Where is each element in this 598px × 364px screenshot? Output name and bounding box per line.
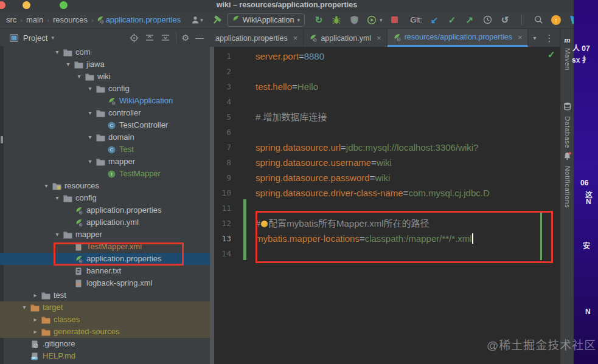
spring-icon [106,97,117,105]
tab-close-icon[interactable]: × [518,33,523,42]
coverage-icon[interactable] [349,15,360,26]
tree-item-gitignore[interactable]: .gitignore [0,338,210,350]
breadcrumb-file[interactable]: application.properties [104,15,181,24]
tree-item-mapper[interactable]: ▾mapper [0,228,210,241]
tree-chevron-icon[interactable]: ▾ [74,70,84,83]
tree-item-testmapper[interactable]: ITestMapper [0,168,210,180]
search-icon[interactable] [533,15,544,26]
tree-item-controller[interactable]: ▾controller [0,107,210,119]
tree-chevron-icon[interactable]: ▾ [52,228,62,241]
panel-splitter[interactable] [210,47,214,364]
code-token: spring.datasource.url [256,142,341,153]
code-line-9[interactable]: spring.datasource.password=wiki [256,170,560,185]
code-editor[interactable]: 1234567891011121314 server.port=8880test… [214,47,560,364]
history-icon[interactable] [482,15,493,26]
tab-resources-application-properties[interactable]: resources/application.properties× [388,29,529,47]
tree-chevron-icon[interactable]: ▾ [85,156,95,168]
tree-item-jiawa[interactable]: ▾jiawa [0,58,210,70]
tree-item-config[interactable]: ▾config [0,83,210,95]
tree-item-config[interactable]: ▾config [0,192,210,204]
tree-item-mapper[interactable]: ▾mapper [0,156,210,168]
git-commit-icon[interactable]: ✓ [447,15,457,26]
update-available-icon[interactable]: ↑ [551,15,561,26]
user-profile-icon[interactable] [190,15,200,26]
tab-application-yml[interactable]: application.yml× [304,29,387,47]
code-line-4[interactable] [256,94,560,109]
tab-close-icon[interactable]: × [293,33,298,43]
tree-item-wiki[interactable]: ▾wiki [0,70,210,83]
tree-chevron-icon[interactable]: ▾ [19,301,29,314]
code-line-5[interactable]: # 增加数据库连接 [256,109,560,125]
code-line-10[interactable]: spring.datasource.driver-class-name=com.… [256,185,560,201]
code-line-6[interactable] [256,125,560,140]
tree-item-logback-spring-xml[interactable]: <>logback-spring.xml [0,277,210,289]
tree-item-banner-txt[interactable]: banner.txt [0,265,210,277]
tree-item-test[interactable]: ▸test [0,289,210,301]
code-line-2[interactable] [256,64,560,79]
tree-chevron-icon[interactable]: ▸ [30,289,40,301]
collapse-all-icon[interactable] [160,32,171,43]
tool-window-button-notifications[interactable]: Notifications [560,152,574,208]
tree-chevron-icon[interactable]: ▾ [85,83,95,95]
code-token: wiki [375,173,390,183]
tab-close-icon[interactable]: × [377,33,381,43]
tree-item-testcontroller[interactable]: CTestController [0,119,210,131]
tree-chevron-icon[interactable]: ▾ [63,58,73,70]
tree-item-wikiapplication[interactable]: WikiApplication [0,95,210,107]
settings-gear-icon[interactable]: ⚙ [181,33,189,43]
folder-icon [95,134,106,142]
tree-item-target[interactable]: ▾target [0,301,210,314]
chevron-down-icon: ▾ [297,17,301,23]
profiler-icon[interactable] [366,15,377,26]
git-update-icon[interactable]: ↙ [429,15,440,26]
code-line-3[interactable]: test.hello=Hello [256,79,560,94]
tree-item-resources[interactable]: ▾resources [0,180,210,192]
run-configuration-select[interactable]: WikiApplication ▾ [227,13,305,27]
kebab-menu-icon[interactable]: ⋮ [545,33,554,44]
breadcrumb-item-src[interactable]: src [5,15,18,24]
tree-chevron-icon[interactable]: ▸ [30,314,40,326]
tool-window-button-database[interactable]: Database [560,102,574,148]
tree-chevron-icon[interactable]: ▾ [85,107,95,119]
panel-title[interactable]: Project [23,33,47,43]
locate-file-icon[interactable] [128,32,139,43]
tree-item-test[interactable]: CTest [0,143,210,156]
line-number: 5 [214,109,231,125]
tree-item-label: banner.txt [86,265,121,277]
code-line-1[interactable]: server.port=8880 [256,49,560,64]
tree-item-generated-sources[interactable]: ▸generated-sources [0,326,210,338]
spring-file-icon [393,33,401,41]
tree-item-application-yml[interactable]: application.yml [0,216,210,228]
tree-item-domain[interactable]: ▾domain [0,131,210,143]
tree-item-classes[interactable]: ▸classes [0,314,210,326]
tree-chevron-icon[interactable]: ▾ [85,131,95,143]
run-icon[interactable]: ↻ [313,15,324,26]
tree-chevron-icon[interactable]: ▾ [52,46,62,58]
chevron-down-icon[interactable]: ▾ [51,35,54,41]
expand-all-icon[interactable] [144,32,155,43]
rollback-icon[interactable]: ↺ [499,15,510,26]
tree-item-com[interactable]: ▾com [0,46,210,58]
stop-icon[interactable] [389,15,400,26]
git-push-icon[interactable]: ↗ [464,15,475,26]
editor-tabs: application.properties×application.yml×r… [210,29,528,47]
code-token: 8880 [304,51,324,61]
debug-icon[interactable] [331,15,342,26]
build-hammer-icon[interactable] [212,15,222,26]
tool-window-label: Notifications [564,166,571,208]
code-line-7[interactable]: spring.datasource.url=jdbc:mysql://local… [256,140,560,155]
tree-chevron-icon[interactable]: ▸ [30,326,40,338]
tree-chevron-icon[interactable]: ▾ [41,180,51,192]
chevron-down-icon[interactable]: ▾ [533,35,536,41]
line-number: 13 [214,231,231,246]
breadcrumb-item-main[interactable]: main [25,15,44,24]
breadcrumb-item-resources[interactable]: resources [52,15,89,24]
tree-chevron-icon[interactable]: ▾ [52,192,62,204]
chevron-down-icon[interactable]: ▾ [380,17,383,23]
title-bar: wiki – resources/application.properties [0,0,574,11]
tree-item-help-md[interactable]: MDHELP.md [0,350,210,362]
tab-application-properties[interactable]: application.properties× [210,29,304,47]
tree-item-application-properties[interactable]: application.properties [0,204,210,216]
code-line-8[interactable]: spring.datasource.username=wiki [256,155,560,170]
hide-panel-icon[interactable]: — [195,33,204,43]
